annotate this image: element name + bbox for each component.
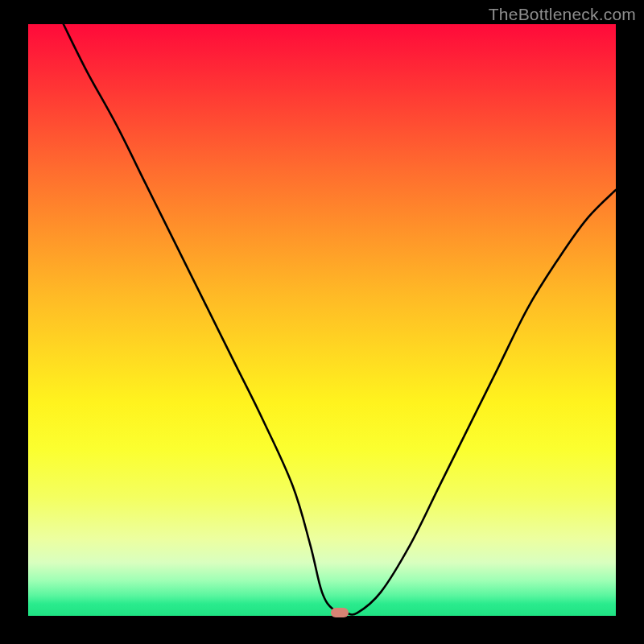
- bottleneck-curve: [28, 24, 616, 616]
- watermark-text: TheBottleneck.com: [489, 5, 636, 24]
- minimum-marker: [331, 608, 349, 617]
- plot-area: [28, 24, 616, 616]
- chart-frame: TheBottleneck.com: [0, 0, 644, 644]
